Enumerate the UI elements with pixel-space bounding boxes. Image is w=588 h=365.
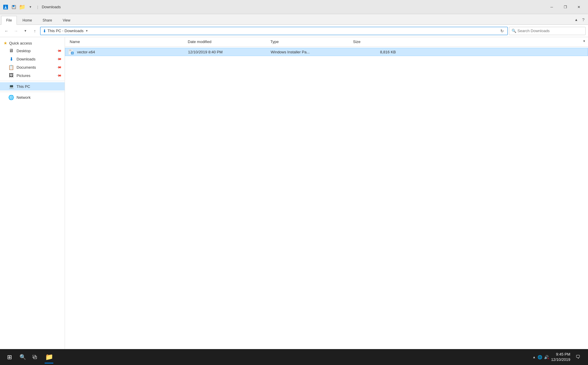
search-box[interactable]: 🔍 <box>509 27 586 35</box>
file-explorer-taskbar-icon: 📁 <box>45 353 53 361</box>
ribbon-expand-controls: ▲ ? <box>573 16 586 24</box>
address-chevron-1: › <box>62 29 63 32</box>
file-msi-icon <box>68 48 75 55</box>
column-headers: ▼ Name Date modified Type Size <box>65 37 588 47</box>
documents-icon: 📋 <box>8 65 14 70</box>
sidebar-section-quick-access[interactable]: ★ Quick access <box>0 40 65 47</box>
ribbon-collapse-arrow[interactable]: ▲ <box>573 17 579 23</box>
address-breadcrumb: This PC › Downloads ▼ <box>48 29 498 33</box>
recent-locations-button[interactable]: ▼ <box>21 27 30 35</box>
taskbar-right: ▲ 🌐 🔊 ✕ 9:45 PM 12/10/2019 🗨 <box>533 352 586 362</box>
tab-share[interactable]: Share <box>37 16 57 24</box>
file-name-text: vector-x64 <box>77 50 95 54</box>
sidebar-item-desktop-label: Desktop <box>17 49 31 53</box>
pin-icon-pictures: 📌 <box>56 73 62 78</box>
address-box[interactable]: ⬇ This PC › Downloads ▼ ↻ <box>40 27 508 35</box>
clock-date: 12/10/2019 <box>551 357 570 362</box>
col-header-date[interactable]: Date modified <box>185 40 268 44</box>
search-input[interactable] <box>517 29 583 33</box>
taskbar-app-file-explorer[interactable]: 📁 <box>41 350 57 364</box>
clock-time: 9:45 PM <box>551 352 570 357</box>
quick-access-label: Quick access <box>9 41 32 45</box>
taskbar-clock[interactable]: 9:45 PM 12/10/2019 <box>551 352 570 362</box>
quick-access-save-icon[interactable] <box>11 4 17 10</box>
col-header-type[interactable]: Type <box>268 40 351 44</box>
svg-rect-6 <box>69 51 72 51</box>
tab-home[interactable]: Home <box>17 16 37 24</box>
sidebar-divider-1 <box>0 81 65 81</box>
forward-button[interactable]: → <box>12 27 20 35</box>
quick-access-star-icon: ★ <box>4 41 7 45</box>
sidebar-item-this-pc-label: This PC <box>17 84 30 89</box>
col-header-name[interactable]: Name <box>67 40 185 44</box>
sidebar-item-desktop[interactable]: 🖥 Desktop 📌 <box>0 47 65 55</box>
sidebar-item-documents-label: Documents <box>17 65 36 70</box>
sidebar-item-this-pc[interactable]: 💻 This PC <box>0 82 65 91</box>
address-download-icon: ⬇ <box>43 29 46 33</box>
pictures-icon: 🖼 <box>8 73 14 78</box>
downloads-icon: ⬇ <box>8 56 14 62</box>
notification-center-button[interactable]: 🗨 <box>573 352 583 362</box>
taskbar: ⊞ 🔍 📁 ▲ 🌐 🔊 ✕ 9:45 PM 12/10/2019 🗨 <box>0 349 588 365</box>
file-type: Windows Installer Pa... <box>268 50 351 54</box>
sidebar-item-pictures[interactable]: 🖼 Pictures 📌 <box>0 71 65 80</box>
windows-logo-icon: ⊞ <box>7 354 12 361</box>
svg-point-10 <box>72 53 73 53</box>
title-bar: 📁 ▼ | Downloads ─ ❐ ✕ <box>0 0 588 14</box>
tab-view[interactable]: View <box>58 16 75 24</box>
sidebar-item-documents[interactable]: 📋 Documents 📌 <box>0 63 65 71</box>
pin-icon-documents: 📌 <box>56 64 62 70</box>
pin-icon-desktop: 📌 <box>56 48 62 53</box>
sidebar-item-network[interactable]: 🌐 Network <box>0 93 65 101</box>
svg-rect-5 <box>69 50 71 50</box>
taskbar-tray: ▲ 🌐 🔊 ✕ <box>533 355 549 359</box>
this-pc-icon: 💻 <box>8 84 14 89</box>
taskbar-task-view-button[interactable] <box>29 351 41 363</box>
ribbon-help-icon[interactable]: ? <box>581 16 586 23</box>
volume-muted-x-icon: ✕ <box>547 357 550 360</box>
minimize-button[interactable]: ─ <box>545 2 558 12</box>
quick-access-toolbar: 📁 ▼ <box>2 4 34 10</box>
file-list: vector-x64 12/10/2019 8:40 PM Windows In… <box>65 47 588 354</box>
sidebar: ★ Quick access 🖥 Desktop 📌 ⬇ Downloads 📌… <box>0 37 65 354</box>
address-refresh-icon[interactable]: ↻ <box>499 28 505 34</box>
network-icon: 🌐 <box>8 95 14 100</box>
main-layout: ★ Quick access 🖥 Desktop 📌 ⬇ Downloads 📌… <box>0 37 588 354</box>
sidebar-item-downloads[interactable]: ⬇ Downloads 📌 <box>0 55 65 63</box>
table-row[interactable]: vector-x64 12/10/2019 8:40 PM Windows In… <box>65 48 588 56</box>
network-tray-icon[interactable]: 🌐 <box>538 355 542 359</box>
close-button[interactable]: ✕ <box>572 2 586 12</box>
quick-access-folder-icon[interactable]: 📁 <box>19 4 25 10</box>
address-part-thispc[interactable]: This PC <box>48 29 61 33</box>
quick-access-download-icon[interactable] <box>2 4 9 10</box>
sidebar-item-downloads-label: Downloads <box>17 57 35 61</box>
address-part-downloads[interactable]: Downloads <box>65 29 84 33</box>
content-area: ▼ Name Date modified Type Size <box>65 37 588 354</box>
col-header-size[interactable]: Size <box>351 40 398 44</box>
svg-rect-12 <box>72 54 72 55</box>
volume-tray-icon[interactable]: 🔊 ✕ <box>544 355 549 359</box>
address-dropdown-arrow[interactable]: ▼ <box>85 29 88 32</box>
back-button[interactable]: ← <box>2 27 11 35</box>
tray-overflow-arrow[interactable]: ▲ <box>533 355 536 359</box>
address-bar-row: ← → ▼ ↑ ⬇ This PC › Downloads ▼ ↻ 🔍 <box>0 25 588 37</box>
desktop-icon: 🖥 <box>8 48 14 53</box>
title-separator: | <box>37 5 38 9</box>
svg-rect-2 <box>13 5 14 7</box>
task-view-icon <box>32 355 38 359</box>
notification-icon: 🗨 <box>576 354 580 360</box>
tab-file[interactable]: File <box>1 16 17 25</box>
file-size: 8,816 KB <box>351 50 398 54</box>
svg-rect-3 <box>13 7 15 9</box>
taskbar-search-button[interactable]: 🔍 <box>17 351 29 363</box>
taskbar-search-icon: 🔍 <box>19 354 26 360</box>
sidebar-divider-2 <box>0 92 65 92</box>
restore-button[interactable]: ❐ <box>558 2 572 12</box>
up-button[interactable]: ↑ <box>31 27 39 35</box>
start-button[interactable]: ⊞ <box>2 350 17 364</box>
sort-arrow-icon: ▼ <box>583 40 586 43</box>
window-title: Downloads <box>42 5 61 9</box>
ribbon-tabs: File Home Share View ▲ ? <box>0 14 588 25</box>
quick-access-customize-icon[interactable]: ▼ <box>27 4 34 10</box>
svg-rect-13 <box>71 53 72 53</box>
